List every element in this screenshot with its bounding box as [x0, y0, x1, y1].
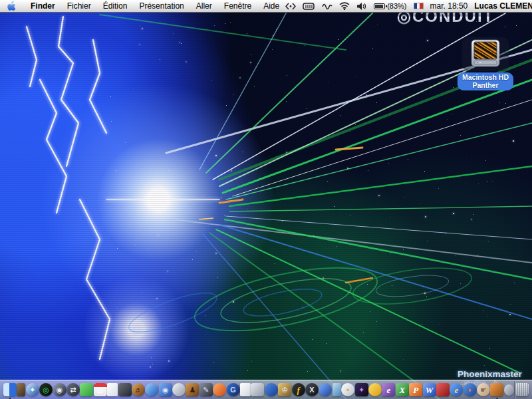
lightning-bolts	[27, 17, 219, 359]
running-indicator: ▲	[8, 396, 12, 399]
powerpoint-glyph: P	[413, 386, 418, 394]
volume-icon[interactable]	[356, 0, 367, 12]
draw-app-glyph: ✎	[203, 386, 209, 394]
g-app-glyph: G	[230, 386, 236, 394]
dock-icon-garageband[interactable]: ♬	[132, 380, 145, 399]
dock-icon-toast-app[interactable]	[251, 380, 264, 399]
menu-bar: FinderFichierÉditionPrésentationAllerFen…	[0, 0, 532, 13]
menu-list: FinderFichierÉditionPrésentationAllerFen…	[25, 0, 285, 12]
dvd-player-glyph: ◉	[162, 386, 169, 394]
dock-icon-word[interactable]: W	[423, 380, 436, 399]
firefox-glyph: ◗	[467, 386, 472, 394]
hard-drive-icon[interactable]	[462, 37, 509, 71]
dock-icon-aqua-globe-app[interactable]	[145, 380, 158, 399]
apple-icon	[7, 1, 17, 11]
flag-stripe	[420, 3, 422, 9]
desktop-icon-label-line1: Macintosh HD	[462, 73, 509, 81]
dock-icon-sync-app[interactable]: ⇄	[66, 380, 80, 399]
dock-icon-trash[interactable]	[515, 380, 529, 399]
dock-icon-pac-app[interactable]	[368, 380, 382, 399]
input-menu-flag-icon[interactable]	[414, 3, 424, 9]
sync-app-glyph: ⇄	[70, 386, 76, 394]
dock-icon-swirl-app[interactable]	[265, 380, 278, 399]
dock-icon-powerpoint[interactable]: P	[409, 380, 422, 399]
dock-icon-lamp-app[interactable]	[504, 380, 514, 399]
dock-icon-green-vinyl-app[interactable]: ◎	[39, 380, 53, 399]
nova-app-glyph: ✦	[358, 386, 364, 394]
dock-icon-red-book-app[interactable]	[436, 380, 450, 399]
apple-menu[interactable]	[7, 1, 17, 11]
x-app-glyph: X	[309, 386, 314, 394]
menu-presentation[interactable]: Présentation	[133, 0, 190, 12]
dock-icon-browser-globe-app[interactable]: e	[450, 380, 463, 399]
menu-bar-clock[interactable]: mar. 18:50	[430, 1, 468, 11]
battery-percent: (83%)	[387, 2, 406, 10]
orange-sparks	[200, 148, 372, 283]
dock-icon-king-app[interactable]: ♔	[278, 380, 291, 399]
dock-icon-nova-app[interactable]: ✦	[355, 380, 368, 399]
vortex-arcs	[125, 255, 473, 344]
running-indicator: ▲	[495, 396, 499, 399]
dock-icon-ring-orb-app[interactable]	[319, 380, 332, 399]
menu-bar-status: (83%) mar. 18:50 Lucas CLEMENT	[285, 0, 532, 12]
excel-glyph: X	[399, 386, 405, 394]
menu-fichier[interactable]: Fichier	[61, 0, 97, 12]
battery-meter-icon[interactable]	[303, 0, 315, 12]
ppp-status-icon[interactable]	[285, 0, 296, 12]
dock-icon-finder[interactable]: ▲	[3, 380, 17, 399]
menu-fenetre[interactable]: Fenêtre	[218, 0, 257, 12]
dock-icon-orange-disc-app[interactable]	[213, 380, 226, 399]
desktop[interactable]	[0, 0, 532, 399]
dock-icon-ghost-runner-app[interactable]: •	[341, 380, 354, 399]
dock-icon-chess-app[interactable]: ♟	[186, 380, 199, 399]
dock-icon-green-square-app[interactable]	[80, 380, 93, 399]
dock-icon-draw-app[interactable]: ✎	[200, 380, 213, 399]
battery-icon	[374, 3, 385, 9]
desktop-icon-label-line2: Panther	[462, 81, 509, 89]
airport-icon[interactable]	[339, 0, 350, 12]
dock-icon-excel[interactable]: X	[396, 380, 409, 399]
garageband-glyph: ♬	[134, 386, 142, 394]
chess-app-glyph: ♟	[190, 386, 196, 394]
king-app-glyph: ♔	[281, 386, 288, 394]
dock-icon-g-app[interactable]: G	[227, 380, 240, 399]
screen: ◎CONDUIT	[0, 0, 532, 399]
modem-status-icon[interactable]	[322, 0, 332, 12]
menu-aide[interactable]: Aide	[257, 0, 285, 12]
dock-icon-blue-gem-app[interactable]: ✦	[26, 380, 39, 399]
dock-icon-freehand-app[interactable]: ☛	[477, 380, 490, 399]
dock-icon-f-app[interactable]: f	[292, 380, 305, 399]
entourage-glyph: e	[386, 386, 390, 394]
dock-icon-alchemist-app[interactable]: ▲	[490, 380, 503, 399]
fast-user-switching-menu[interactable]: Lucas CLEMENT	[474, 1, 532, 11]
dock-icon-textedit-app[interactable]	[107, 380, 118, 399]
browser-globe-app-glyph: e	[454, 386, 458, 394]
ical-glyph: 17	[97, 389, 103, 394]
dock-icon-firefox[interactable]: ◗	[464, 380, 477, 399]
dock-icon-lighter-app[interactable]	[17, 380, 25, 399]
starfield	[0, 0, 532, 399]
scanline-overlay	[0, 0, 532, 399]
dock-icon-ical[interactable]: 17	[94, 380, 107, 399]
freehand-app-glyph: ☛	[480, 386, 487, 394]
dock-icon-x-app[interactable]: X	[305, 380, 319, 399]
dock-icon-penguin-app[interactable]	[172, 380, 186, 399]
desktop-icon-label[interactable]: Macintosh HD Panther	[458, 72, 513, 90]
blue-gem-app-glyph: ✦	[29, 386, 35, 394]
dock: ▲✦◎◉⇄17♬◉♟✎G♔fX•✦eXPWe◗☛▲	[0, 380, 532, 399]
dock-icon-can-app[interactable]	[332, 380, 341, 399]
menu-edition[interactable]: Édition	[97, 0, 134, 12]
dock-icon-dark-orb-app[interactable]: ◉	[53, 380, 66, 399]
word-glyph: W	[426, 386, 434, 394]
green-vinyl-app-glyph: ◎	[43, 386, 49, 394]
dock-icon-photo-app[interactable]	[118, 380, 132, 399]
menu-aller[interactable]: Aller	[190, 0, 218, 12]
desktop-icon-macintosh-hd-panther[interactable]: Macintosh HD Panther	[455, 37, 516, 90]
dock-icon-entourage[interactable]: e	[382, 380, 395, 399]
dock-icon-dvd-player[interactable]: ◉	[159, 380, 172, 399]
dark-orb-app-glyph: ◉	[57, 386, 63, 394]
menu-finder[interactable]: Finder	[25, 0, 61, 12]
battery-menu[interactable]: (83%)	[374, 2, 406, 10]
dock-icon-penguin-card-app[interactable]	[240, 380, 251, 399]
artist-watermark-name: Phoenixmaster	[458, 369, 522, 379]
